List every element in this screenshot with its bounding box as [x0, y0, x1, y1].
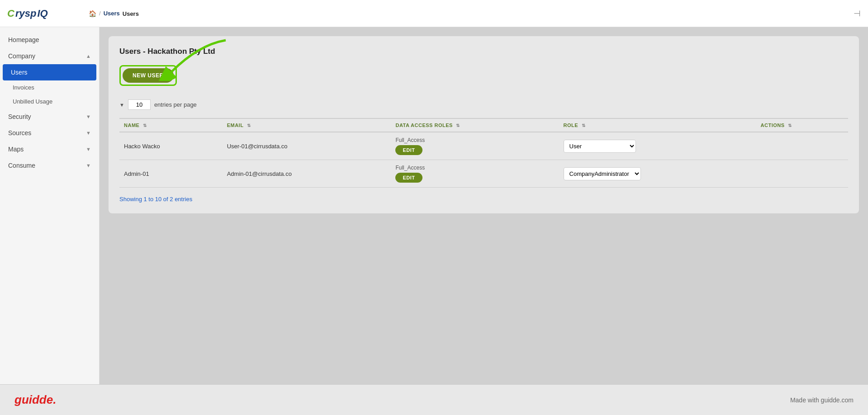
cell-role-1: CompanyAdministrator [559, 160, 756, 188]
breadcrumb-separator: / [99, 10, 101, 17]
cell-actions-1 [756, 160, 848, 188]
cell-access-1: Full_Access EDIT [391, 160, 559, 188]
entries-label: entries per page [154, 101, 197, 108]
logo-c: C [7, 8, 14, 19]
table-row: Admin-01 Admin-01@cirrusdata.co Full_Acc… [119, 160, 848, 188]
col-email[interactable]: EMAIL ⇅ [223, 118, 391, 132]
page-title: Users [123, 10, 139, 17]
breadcrumb-users: Users [104, 10, 120, 17]
col-role[interactable]: ROLE ⇅ [559, 118, 756, 132]
entries-per-page-input[interactable] [128, 99, 151, 110]
cell-role-0: User [559, 132, 756, 160]
card-title: Users - Hackathon Pty Ltd [119, 47, 848, 56]
sidebar-item-homepage[interactable]: Homepage [0, 32, 99, 48]
edit-access-button-0[interactable]: EDIT [395, 145, 422, 155]
col-name[interactable]: NAME ⇅ [119, 118, 223, 132]
logo-rysp: rysp [15, 8, 36, 19]
col-actions[interactable]: ACTIONS ⇅ [756, 118, 848, 132]
company-chevron-icon: ▲ [86, 53, 91, 59]
maps-chevron-icon: ▼ [86, 146, 91, 152]
cell-email-0: User-01@cirrusdata.co [223, 132, 391, 160]
security-chevron-icon: ▼ [86, 114, 91, 119]
topbar: CryspIQ 🏠 / Users Users ⊣ [0, 0, 868, 27]
cell-actions-0 [756, 132, 848, 160]
breadcrumb: 🏠 / Users Users [89, 9, 139, 17]
app-logo: CryspIQ [7, 8, 89, 19]
cell-access-0: Full_Access EDIT [391, 132, 559, 160]
access-sort-icon: ⇅ [456, 123, 460, 128]
cell-name-1: Admin-01 [119, 160, 223, 188]
new-user-section: NEW USER [119, 65, 848, 86]
email-sort-icon: ⇅ [247, 123, 251, 128]
role-sort-icon: ⇅ [582, 123, 586, 128]
edit-access-button-1[interactable]: EDIT [395, 173, 422, 183]
sidebar: Homepage Company ▲ Users Invoices Unbill… [0, 27, 100, 384]
sidebar-item-company[interactable]: Company ▲ [0, 48, 99, 64]
logo-iq: IQ [37, 8, 47, 19]
actions-sort-icon: ⇅ [788, 123, 792, 128]
cell-email-1: Admin-01@cirrusdata.co [223, 160, 391, 188]
sidebar-item-consume[interactable]: Consume ▼ [0, 157, 99, 174]
table-row: Hacko Wacko User-01@cirrusdata.co Full_A… [119, 132, 848, 160]
sidebar-item-maps[interactable]: Maps ▼ [0, 141, 99, 157]
entries-per-page-row: ▼ entries per page [119, 99, 848, 110]
new-user-button[interactable]: NEW USER [123, 68, 174, 83]
sidebar-item-security[interactable]: Security ▼ [0, 108, 99, 125]
table-header-row: NAME ⇅ EMAIL ⇅ DATA ACCESS ROLES ⇅ ROLE … [119, 118, 848, 132]
topbar-actions: ⊣ [854, 9, 861, 19]
breadcrumb-home-icon[interactable]: 🏠 [89, 10, 96, 17]
new-user-highlight-box: NEW USER [119, 65, 177, 86]
access-label-1: Full_Access [395, 165, 554, 171]
access-label-0: Full_Access [395, 137, 554, 143]
sidebar-item-invoices[interactable]: Invoices [0, 80, 99, 94]
name-sort-icon: ⇅ [143, 123, 147, 128]
sidebar-item-unbilled[interactable]: Unbilled Usage [0, 94, 99, 108]
cell-name-0: Hacko Wacko [119, 132, 223, 160]
sidebar-item-users[interactable]: Users [3, 64, 96, 80]
showing-entries-text: Showing 1 to 10 of 2 entries [119, 196, 848, 203]
role-select-1[interactable]: CompanyAdministrator [564, 167, 641, 180]
users-table: NAME ⇅ EMAIL ⇅ DATA ACCESS ROLES ⇅ ROLE … [119, 118, 848, 188]
sources-chevron-icon: ▼ [86, 130, 91, 136]
content-area: Users - Hackathon Pty Ltd NEW USER [100, 27, 868, 384]
consume-chevron-icon: ▼ [86, 163, 91, 168]
users-card: Users - Hackathon Pty Ltd NEW USER [109, 36, 859, 213]
logout-icon[interactable]: ⊣ [854, 9, 861, 18]
col-data-access-roles[interactable]: DATA ACCESS ROLES ⇅ [391, 118, 559, 132]
footer: guidde. Made with guidde.com [0, 384, 868, 415]
footer-tagline: Made with guidde.com [790, 396, 854, 404]
role-select-0[interactable]: User [564, 140, 636, 153]
entries-down-icon: ▼ [119, 102, 124, 108]
footer-logo: guidde. [14, 393, 56, 407]
sidebar-item-sources[interactable]: Sources ▼ [0, 125, 99, 141]
